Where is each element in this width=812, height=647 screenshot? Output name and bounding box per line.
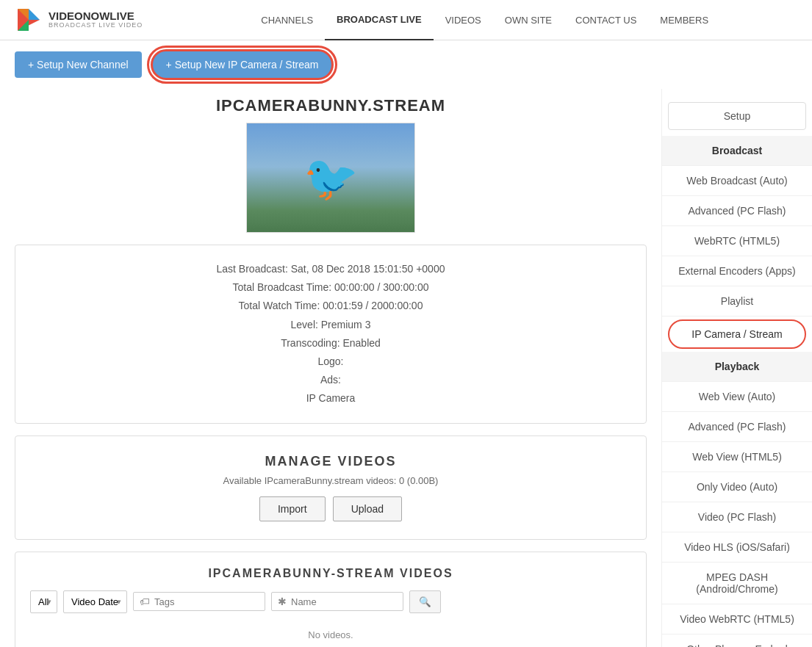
ip-camera-field: IP Camera xyxy=(30,389,631,408)
total-broadcast-time: Total Broadcast Time: 00:00:00 / 300:00:… xyxy=(30,278,631,297)
last-broadcast: Last Broadcast: Sat, 08 Dec 2018 15:01:5… xyxy=(30,260,631,278)
import-button[interactable]: Import xyxy=(259,496,326,521)
main-nav: CHANNELS BROADCAST LIVE VIDEOS OWN SITE … xyxy=(172,0,797,40)
channel-info-box: Last Broadcast: Sat, 08 Dec 2018 15:01:5… xyxy=(15,245,647,424)
no-videos-message: No videos. xyxy=(30,622,631,648)
sidebar-video-pc-flash[interactable]: Video (PC Flash) xyxy=(662,502,812,532)
content-area: IPCAMERABUNNY.STREAM Last Broadcast: Sat… xyxy=(0,89,661,647)
nav-channels[interactable]: CHANNELS xyxy=(249,0,325,40)
name-filter[interactable]: ✱ xyxy=(271,592,403,611)
channel-level: Level: Premium 3 xyxy=(30,316,631,334)
setup-new-stream-button[interactable]: + Setup New IP Camera / Stream xyxy=(151,49,334,80)
sidebar-advanced-pc-flash[interactable]: Advanced (PC Flash) xyxy=(662,196,812,226)
ads-field: Ads: xyxy=(30,371,631,389)
tags-filter[interactable]: 🏷 xyxy=(133,592,265,611)
manage-videos-title: MANAGE VIDEOS xyxy=(30,454,631,469)
channel-name: IPCAMERABUNNY.STREAM xyxy=(15,96,647,115)
main-layout: IPCAMERABUNNY.STREAM Last Broadcast: Sat… xyxy=(0,89,812,647)
tag-icon: 🏷 xyxy=(140,596,150,607)
sidebar-video-webrtc-html5[interactable]: Video WebRTC (HTML5) xyxy=(662,604,812,635)
filter-date-wrap: Video Date xyxy=(63,590,127,613)
setup-new-channel-button[interactable]: + Setup New Channel xyxy=(15,51,142,78)
upload-button[interactable]: Upload xyxy=(333,496,402,521)
logo-area: VIDEONOWLIVE BROADCAST LIVE VIDEO xyxy=(15,6,143,34)
channel-thumbnail xyxy=(246,123,415,233)
brand-name: VIDEONOWLIVE xyxy=(48,10,143,23)
header: VIDEONOWLIVE BROADCAST LIVE VIDEO CHANNE… xyxy=(0,0,812,40)
search-button[interactable]: 🔍 xyxy=(409,590,441,613)
action-bar: + Setup New Channel + Setup New IP Camer… xyxy=(0,40,812,89)
nav-broadcast-live[interactable]: BROADCAST LIVE xyxy=(325,0,434,40)
brand-tagline: BROADCAST LIVE VIDEO xyxy=(48,22,143,29)
sidebar-broadcast-header: Broadcast xyxy=(662,136,812,166)
sidebar-advanced-pc-flash-pb[interactable]: Advanced (PC Flash) xyxy=(662,412,812,442)
sidebar-external-encoders[interactable]: External Encoders (Apps) xyxy=(662,256,812,286)
sidebar-playback-header: Playback xyxy=(662,352,812,382)
total-watch-time: Total Watch Time: 00:01:59 / 2000:00:00 xyxy=(30,297,631,315)
manage-videos-box: MANAGE VIDEOS Available IPcameraBunny.st… xyxy=(15,435,647,540)
name-input[interactable] xyxy=(291,596,397,607)
filter-all-select[interactable]: All xyxy=(30,590,57,613)
sidebar-webrtc-html5[interactable]: WebRTC (HTML5) xyxy=(662,226,812,256)
filter-date-select[interactable]: Video Date xyxy=(63,590,127,613)
sidebar-web-view-html5[interactable]: Web View (HTML5) xyxy=(662,442,812,472)
nav-members[interactable]: MEMBERS xyxy=(648,0,720,40)
filter-all-wrap: All xyxy=(30,590,57,613)
logo-icon xyxy=(15,6,43,34)
sidebar-web-broadcast-auto[interactable]: Web Broadcast (Auto) xyxy=(662,166,812,196)
asterisk-icon: ✱ xyxy=(278,596,287,607)
videos-title: IPCAMERABUNNY-STREAM VIDEOS xyxy=(30,567,631,580)
tags-input[interactable] xyxy=(154,596,259,607)
bird-image xyxy=(247,123,414,232)
logo-field: Logo: xyxy=(30,353,631,371)
transcoding: Transcoding: Enabled xyxy=(30,334,631,353)
videos-section: IPCAMERABUNNY-STREAM VIDEOS All Video Da… xyxy=(15,552,647,648)
nav-videos[interactable]: VIDEOS xyxy=(434,0,493,40)
filter-row: All Video Date 🏷 ✱ 🔍 xyxy=(30,590,631,613)
sidebar-only-video-auto[interactable]: Only Video (Auto) xyxy=(662,472,812,502)
sidebar-other-players-embed[interactable]: Other Players, Embed xyxy=(662,635,812,647)
sidebar-setup[interactable]: Setup xyxy=(668,102,806,130)
nav-own-site[interactable]: OWN SITE xyxy=(493,0,564,40)
sidebar-video-hls-ios[interactable]: Video HLS (iOS/Safari) xyxy=(662,532,812,563)
svg-marker-3 xyxy=(29,9,40,20)
sidebar-playlist[interactable]: Playlist xyxy=(662,286,812,317)
manage-videos-buttons: Import Upload xyxy=(30,496,631,521)
logo-text: VIDEONOWLIVE BROADCAST LIVE VIDEO xyxy=(48,10,143,29)
sidebar-web-view-auto[interactable]: Web View (Auto) xyxy=(662,382,812,412)
nav-contact-us[interactable]: CONTACT US xyxy=(564,0,648,40)
sidebar-mpeg-dash[interactable]: MPEG DASH (Android/Chrome) xyxy=(662,563,812,604)
sidebar: Setup Broadcast Web Broadcast (Auto) Adv… xyxy=(661,89,812,647)
channel-header: IPCAMERABUNNY.STREAM xyxy=(15,96,647,115)
sidebar-ip-camera-stream[interactable]: IP Camera / Stream xyxy=(668,319,806,349)
manage-videos-description: Available IPcameraBunny.stream videos: 0… xyxy=(30,475,631,486)
